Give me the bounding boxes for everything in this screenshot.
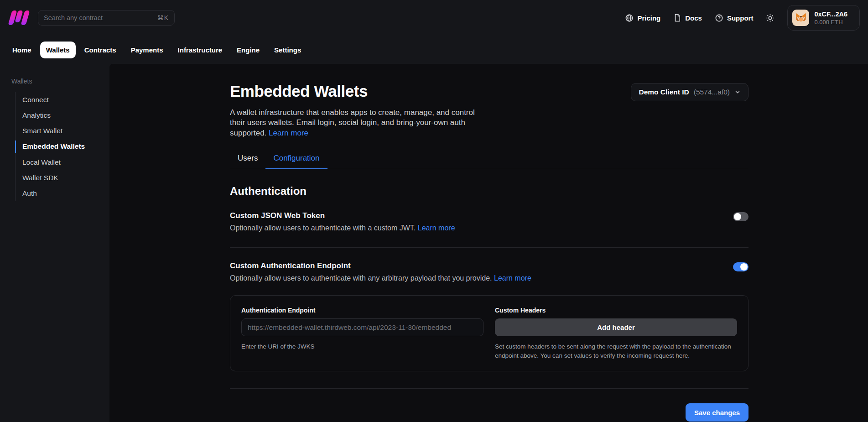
client-name: Demo Client ID — [639, 88, 689, 96]
custom-jwt-setting: Custom JSON Web Token Optionally allow u… — [230, 198, 748, 247]
search-input[interactable]: Search any contract ⌘K — [38, 10, 175, 26]
client-id-value: (5574...af0) — [694, 88, 730, 96]
custom-jwt-toggle[interactable] — [733, 212, 748, 221]
custom-auth-endpoint-setting: Custom Authentication Endpoint Optionall… — [230, 248, 748, 295]
sidebar-item-local-wallet[interactable]: Local Wallet — [16, 155, 109, 170]
support-label: Support — [727, 14, 754, 22]
docs-link[interactable]: Docs — [673, 14, 702, 22]
add-header-button[interactable]: Add header — [495, 318, 737, 336]
support-link[interactable]: Support — [715, 14, 754, 22]
nav-item-engine[interactable]: Engine — [231, 42, 265, 58]
page-description: A wallet infrastructure that enables app… — [230, 108, 488, 138]
pricing-label: Pricing — [637, 14, 660, 22]
metamask-fox-icon — [792, 10, 809, 26]
help-circle-icon — [715, 14, 723, 22]
learn-more-link[interactable]: Learn more — [269, 129, 308, 137]
top-header: Search any contract ⌘K Pricing Docs — [0, 0, 868, 36]
endpoint-helper-text: Enter the URI of the JWKS — [241, 342, 483, 351]
save-changes-button[interactable]: Save changes — [686, 403, 748, 422]
page-description-text: A wallet infrastructure that enables app… — [230, 108, 475, 137]
primary-nav: Home Wallets Contracts Payments Infrastr… — [0, 36, 868, 64]
nav-item-settings[interactable]: Settings — [268, 42, 307, 58]
setting-description: Optionally allow users to authenticate w… — [230, 274, 531, 282]
docs-label: Docs — [685, 14, 702, 22]
auth-endpoint-card: Authentication Endpoint Enter the URI of… — [230, 295, 748, 371]
nav-item-contracts[interactable]: Contracts — [78, 42, 122, 58]
toggle-knob — [740, 263, 748, 271]
setting-title: Custom Authentication Endpoint — [230, 261, 531, 271]
sidebar-heading: Wallets — [11, 78, 109, 85]
page-title: Embedded Wallets — [230, 82, 488, 100]
sidebar-item-embedded-wallets[interactable]: Embedded Wallets — [16, 139, 109, 154]
config-tabs: Users Configuration — [230, 154, 748, 169]
nav-item-infrastructure[interactable]: Infrastructure — [172, 42, 229, 58]
custom-headers-label: Custom Headers — [495, 307, 737, 314]
nav-item-home[interactable]: Home — [6, 42, 37, 58]
setting-description-text: Optionally allow users to authenticate w… — [230, 224, 416, 232]
globe-icon — [625, 14, 634, 22]
toggle-knob — [734, 213, 741, 220]
wallet-balance: 0.000 ETH — [814, 19, 847, 26]
learn-more-link[interactable]: Learn more — [494, 274, 531, 282]
pricing-link[interactable]: Pricing — [625, 14, 660, 22]
theme-toggle-button[interactable] — [766, 14, 774, 22]
wallet-address: 0xCF...2A6 — [814, 10, 847, 18]
sidebar-item-wallet-sdk[interactable]: Wallet SDK — [16, 170, 109, 186]
document-icon — [673, 14, 681, 22]
setting-title: Custom JSON Web Token — [230, 211, 455, 220]
sidebar-item-analytics[interactable]: Analytics — [16, 108, 109, 123]
custom-auth-endpoint-toggle[interactable] — [733, 262, 748, 271]
client-id-dropdown[interactable]: Demo Client ID (5574...af0) — [631, 83, 748, 101]
sidebar-item-smart-wallet[interactable]: Smart Wallet — [16, 123, 109, 139]
custom-headers-helper-text: Set custom headers to be sent along the … — [495, 342, 737, 360]
nav-item-wallets[interactable]: Wallets — [40, 42, 76, 58]
sun-icon — [766, 14, 774, 22]
main-panel: Embedded Wallets A wallet infrastructure… — [109, 64, 868, 422]
authentication-heading: Authentication — [230, 185, 748, 198]
learn-more-link[interactable]: Learn more — [418, 224, 455, 232]
keyboard-shortcut-badge: ⌘K — [157, 14, 169, 21]
search-placeholder: Search any contract — [44, 14, 157, 21]
connected-wallet-button[interactable]: 0xCF...2A6 0.000 ETH — [787, 5, 860, 31]
authentication-endpoint-label: Authentication Endpoint — [241, 307, 483, 314]
setting-description-text: Optionally allow users to authenticate w… — [230, 274, 492, 282]
sidebar-item-connect[interactable]: Connect — [16, 92, 109, 108]
sidebar-item-auth[interactable]: Auth — [16, 186, 109, 201]
setting-description: Optionally allow users to authenticate w… — [230, 224, 455, 232]
authentication-endpoint-input[interactable] — [241, 318, 483, 336]
chevron-down-icon — [734, 89, 741, 95]
wallets-sidebar: Wallets Connect Analytics Smart Wallet E… — [0, 64, 109, 422]
thirdweb-logo-icon[interactable] — [10, 10, 28, 25]
tab-users[interactable]: Users — [230, 154, 265, 169]
nav-item-payments[interactable]: Payments — [125, 42, 169, 58]
tab-configuration[interactable]: Configuration — [265, 154, 327, 169]
